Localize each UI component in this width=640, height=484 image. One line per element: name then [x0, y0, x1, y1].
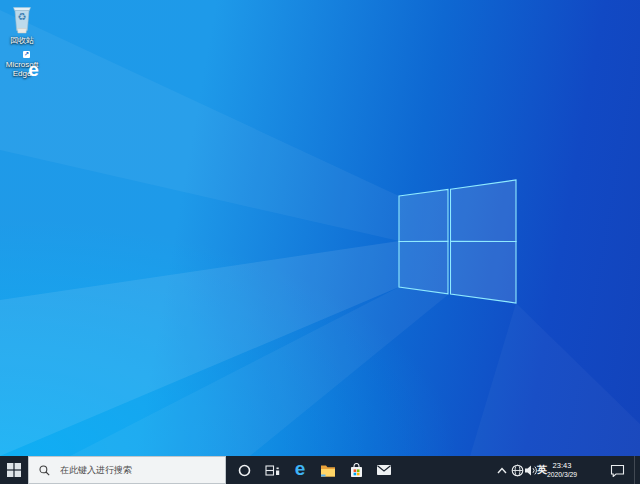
taskbar-button-mail[interactable] [370, 456, 398, 484]
shortcut-arrow-icon: ↗ [23, 51, 30, 58]
recycle-bin-label: 回收站 [0, 36, 44, 45]
clock-time: 23:43 [553, 461, 572, 470]
tray-clock[interactable]: 23:43 2020/3/29 [544, 456, 580, 484]
microsoft-store-icon [349, 463, 364, 478]
show-desktop-button[interactable] [634, 456, 640, 484]
edge-e-glyph: e [22, 58, 45, 81]
wallpaper-light-beams-and-logo [0, 0, 640, 456]
action-center-icon [610, 463, 625, 477]
taskbar-button-cortana[interactable] [230, 456, 258, 484]
task-view-icon [265, 463, 280, 477]
windows-desktop: ♻ 回收站 e ↗ Microsoft Edge [0, 0, 640, 484]
desktop-icon-microsoft-edge[interactable]: e ↗ Microsoft Edge [0, 59, 44, 78]
taskbar: e [0, 456, 640, 484]
taskbar-button-file-explorer[interactable] [314, 456, 342, 484]
cortana-icon [238, 464, 251, 477]
clock-date: 2020/3/29 [547, 470, 577, 479]
desktop-wallpaper [0, 0, 640, 456]
action-center-button[interactable] [606, 456, 628, 484]
search-input[interactable] [58, 464, 225, 476]
taskbar-button-store[interactable] [342, 456, 370, 484]
tray-show-hidden-icons[interactable] [495, 456, 509, 484]
desktop-icon-recycle-bin[interactable]: ♻ 回收站 [0, 3, 44, 45]
taskbar-search-box[interactable] [28, 456, 226, 484]
mail-icon [376, 464, 392, 476]
windows-start-icon [7, 463, 21, 477]
taskbar-button-task-view[interactable] [258, 456, 286, 484]
svg-text:♻: ♻ [18, 11, 27, 22]
chevron-up-icon [497, 467, 507, 474]
edge-icon: e [295, 460, 306, 478]
taskbar-button-edge[interactable]: e [286, 456, 314, 484]
recycle-bin-icon: ♻ [9, 3, 35, 35]
file-explorer-icon [320, 464, 336, 477]
search-icon [39, 465, 50, 476]
start-button[interactable] [0, 456, 28, 484]
